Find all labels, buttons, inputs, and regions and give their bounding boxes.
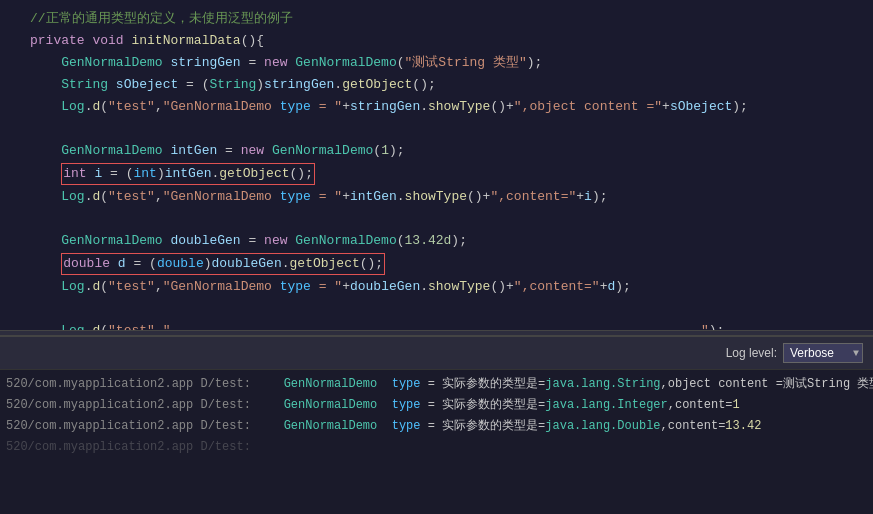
log-level-select[interactable]: Verbose Debug Info Warn Error [783,343,863,363]
log-message: GenNormalDemo type = 实际参数的类型是=java.lang.… [255,417,762,436]
logcat-panel: Log level: Verbose Debug Info Warn Error… [0,336,873,514]
code-line: private void initNormalData(){ [0,30,873,52]
code-line: Log.d("test","GenNormalDemo type = "+int… [0,186,873,208]
code-line: Log.d("test","GenNormalDemo type = "+dou… [0,276,873,298]
log-level-label: Log level: [726,346,777,360]
code-line-double-highlight: double d = (double)doubleGen.getObject()… [0,252,873,276]
logcat-toolbar: Log level: Verbose Debug Info Warn Error… [0,336,873,370]
code-line: Log.d("test","--------------------------… [0,320,873,330]
code-line: GenNormalDemo stringGen = new GenNormalD… [0,52,873,74]
code-line [0,118,873,140]
highlight-int: int i = (int)intGen.getObject(); [61,163,315,185]
log-timestamp: 520/com.myapplication2.app D/test: [6,396,251,415]
log-message: GenNormalDemo type = 实际参数的类型是=java.lang.… [255,375,873,394]
code-editor: //正常的通用类型的定义，未使用泛型的例子 private void initN… [0,0,873,330]
code-line [0,208,873,230]
code-line: //正常的通用类型的定义，未使用泛型的例子 [0,8,873,30]
code-line: Log.d("test","GenNormalDemo type = "+str… [0,96,873,118]
logcat-output: 520/com.myapplication2.app D/test: GenNo… [0,370,873,514]
code-line-int-highlight: int i = (int)intGen.getObject(); [0,162,873,186]
log-timestamp: 520/com.myapplication2.app D/test: [6,438,251,457]
code-line: String sObeject = (String)stringGen.getO… [0,74,873,96]
log-entry: 520/com.myapplication2.app D/test: GenNo… [0,416,873,437]
log-entry: 520/com.myapplication2.app D/test: [0,437,873,458]
code-line [0,298,873,320]
highlight-double: double d = (double)doubleGen.getObject()… [61,253,385,275]
code-line: GenNormalDemo intGen = new GenNormalDemo… [0,140,873,162]
log-message: GenNormalDemo type = 实际参数的类型是=java.lang.… [255,396,740,415]
log-timestamp: 520/com.myapplication2.app D/test: [6,417,251,436]
log-level-selector[interactable]: Verbose Debug Info Warn Error ▼ [783,343,863,363]
code-line: GenNormalDemo doubleGen = new GenNormalD… [0,230,873,252]
log-timestamp: 520/com.myapplication2.app D/test: [6,375,251,394]
log-entry: 520/com.myapplication2.app D/test: GenNo… [0,374,873,395]
log-entry: 520/com.myapplication2.app D/test: GenNo… [0,395,873,416]
